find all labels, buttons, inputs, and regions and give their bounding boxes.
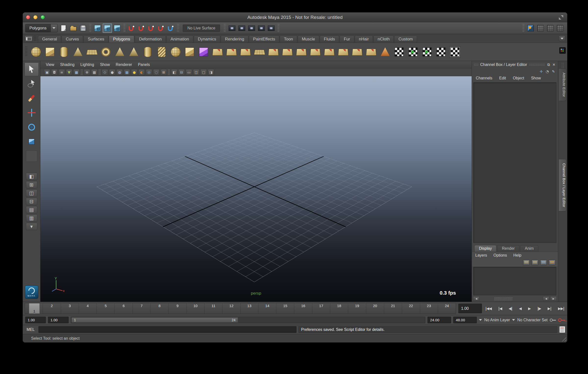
playback-end-field[interactable]: 24.00 — [428, 317, 451, 323]
open-render-view-icon[interactable] — [237, 24, 246, 33]
sculpt-geometry-icon[interactable] — [379, 45, 392, 59]
ipr-render-icon[interactable] — [257, 24, 266, 33]
screen-space-ao-icon[interactable]: ◎ — [146, 69, 152, 75]
new-scene-icon[interactable] — [59, 24, 68, 33]
channel-box-content[interactable] — [473, 82, 556, 243]
hypershade-persp-layout-button[interactable]: ▥ — [26, 214, 37, 222]
viewport-menu-lighting[interactable]: Lighting — [80, 62, 94, 67]
shelf-grip[interactable] — [34, 35, 36, 42]
speed-state-icon[interactable]: ◔ — [546, 69, 549, 74]
frame-tick[interactable]: 24 — [438, 303, 456, 314]
textured-icon[interactable]: ▩ — [124, 69, 130, 75]
shelf-tab-nhair[interactable]: nHair — [355, 36, 373, 43]
chevron-down-icon[interactable] — [479, 319, 482, 322]
show-attribute-editor-icon[interactable] — [536, 24, 545, 33]
time-slider[interactable]: 123456789101112131415161718192021222324 … — [25, 303, 456, 314]
poly-soccer-ball-icon[interactable] — [169, 45, 182, 59]
set-key-icon[interactable] — [550, 319, 553, 322]
image-plane-icon[interactable]: ▦ — [73, 69, 80, 75]
frame-tick[interactable]: 13 — [240, 303, 258, 314]
frame-tick[interactable]: 5 — [97, 303, 114, 314]
shelf-tab-general[interactable]: General — [38, 36, 61, 43]
last-tool-slot[interactable] — [24, 149, 39, 163]
render-settings-icon[interactable] — [267, 24, 276, 33]
show-channel-box-icon[interactable] — [555, 24, 565, 33]
command-language-toggle[interactable]: MEL — [25, 327, 37, 332]
window-resize-grip[interactable] — [561, 336, 566, 341]
chevron-down-icon[interactable] — [512, 319, 515, 322]
gate-mask-icon[interactable]: ◫ — [193, 69, 199, 75]
layer-editor-tab-display[interactable]: Display — [474, 245, 496, 252]
minimize-window-button[interactable] — [33, 15, 37, 19]
layer-editor-tab-anim[interactable]: Anim — [520, 245, 538, 252]
frame-tick[interactable]: 20 — [366, 303, 384, 314]
range-slider-bar[interactable]: 1 24 — [72, 317, 238, 323]
select-camera-icon[interactable]: ▣ — [44, 69, 50, 75]
new-layer-from-selected-icon[interactable] — [532, 260, 538, 265]
paint-selection-tool[interactable] — [24, 91, 39, 105]
new-empty-layer-icon[interactable] — [523, 260, 530, 265]
layout-menu-button[interactable]: ▾ — [26, 223, 37, 230]
scale-tool[interactable] — [24, 135, 39, 149]
frame-tick[interactable]: 3 — [61, 303, 79, 314]
shelf-options-button[interactable] — [559, 36, 565, 41]
multisample-icon[interactable]: ⊞ — [160, 69, 167, 75]
frame-tick[interactable]: 18 — [330, 303, 348, 314]
layer-editor-menu-help[interactable]: Help — [513, 253, 521, 258]
manipulator-icon[interactable]: ✛ — [540, 69, 543, 74]
poly-cone-icon[interactable] — [71, 45, 85, 59]
oversampling-icon[interactable]: ▩ — [91, 69, 98, 75]
toolbar-divider[interactable] — [522, 24, 525, 33]
smooth-icon[interactable] — [253, 45, 266, 59]
separate-icon[interactable] — [225, 45, 238, 59]
spherical-mapping-icon[interactable] — [420, 45, 434, 59]
frame-tick[interactable]: 16 — [294, 303, 312, 314]
viewport-menu-view[interactable]: View — [46, 62, 54, 67]
playback-start-field[interactable]: 1.00 — [48, 317, 69, 323]
open-scene-icon[interactable] — [69, 24, 78, 33]
toolbar-divider[interactable] — [123, 24, 125, 33]
anim-layer-menu[interactable]: No Anim Layer — [484, 318, 510, 322]
expand-window-icon[interactable] — [559, 15, 563, 20]
bridge-icon[interactable] — [309, 45, 322, 59]
persp-outliner-layout-button[interactable]: ◫ — [26, 189, 37, 197]
select-tool[interactable] — [24, 62, 39, 76]
animation-end-field[interactable]: 48.00 — [453, 317, 477, 323]
viewport-menu-renderer[interactable]: Renderer — [116, 62, 132, 67]
extract-icon[interactable] — [239, 45, 252, 59]
shelf-tab-deformation[interactable]: Deformation — [135, 36, 166, 43]
step-forward-frame-button[interactable]: ▶| — [548, 306, 551, 311]
rotate-tool[interactable] — [24, 120, 39, 134]
frame-tick[interactable]: 8 — [150, 303, 168, 314]
restore-panel-icon[interactable]: ⧉ — [547, 62, 551, 67]
shelf-tab-ncloth[interactable]: nCloth — [373, 36, 394, 43]
reduce-icon[interactable] — [267, 45, 280, 59]
animation-start-field[interactable]: 1.00 — [25, 317, 46, 323]
lasso-select-tool[interactable] — [24, 77, 39, 91]
step-forward-key-button[interactable]: |▶ — [537, 306, 541, 311]
channel-box-header[interactable]: Channel Box / Layer Editor ⧉✕ — [472, 61, 558, 68]
panel-grip[interactable] — [474, 63, 478, 66]
go-to-playback-start-button[interactable]: |◀◀ — [485, 306, 492, 311]
booleans-icon[interactable] — [197, 45, 210, 59]
shelf-tab-animation[interactable]: Animation — [166, 36, 193, 43]
frame-tick[interactable]: 9 — [168, 303, 186, 314]
select-by-component-icon[interactable] — [112, 24, 122, 33]
bookmarks-icon[interactable]: ▼ — [66, 69, 72, 75]
persp-graph-layout-button[interactable]: ▤ — [26, 206, 37, 213]
automatic-mapping-icon[interactable] — [434, 45, 448, 59]
select-by-hierarchy-icon[interactable] — [93, 24, 102, 33]
frame-tick[interactable]: 23 — [420, 303, 438, 314]
title-bar[interactable]: Autodesk Maya 2015 - Not for Resale: unt… — [23, 12, 567, 22]
single-pane-layout-button[interactable]: ◧ — [26, 173, 37, 180]
layer-editor-tab-render[interactable]: Render — [497, 245, 519, 252]
snap-to-view-planes-icon[interactable] — [156, 24, 166, 33]
channel-box-menu-show[interactable]: Show — [531, 76, 541, 80]
shelf-tab-toon[interactable]: Toon — [280, 36, 297, 43]
append-polygon-icon[interactable] — [365, 45, 378, 59]
resolution-gate-icon[interactable]: ▭ — [186, 69, 192, 75]
snap-to-curves-icon[interactable] — [137, 24, 146, 33]
shelf-tab-fur[interactable]: Fur — [340, 36, 354, 43]
platonic-solid-icon[interactable] — [183, 45, 196, 59]
frame-tick[interactable]: 19 — [348, 303, 366, 314]
